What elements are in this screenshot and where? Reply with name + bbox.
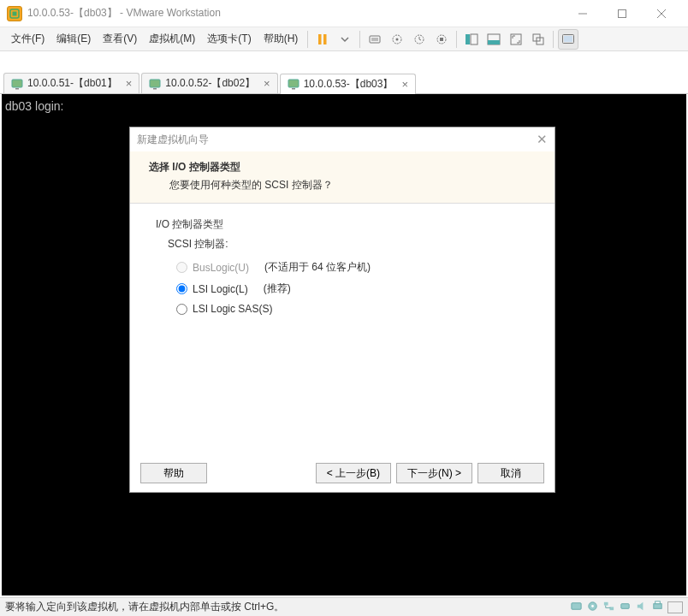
vm-tab-db01[interactable]: 10.0.0.51-【db01】 × <box>3 73 139 93</box>
svg-rect-24 <box>12 80 22 87</box>
cancel-button[interactable]: 取消 <box>477 463 544 483</box>
svg-rect-28 <box>288 80 299 87</box>
radio-hint: (不适用于 64 位客户机) <box>264 260 371 275</box>
svg-rect-9 <box>371 38 378 41</box>
svg-rect-18 <box>488 40 500 44</box>
menu-vm[interactable]: 虚拟机(M) <box>143 28 201 50</box>
io-controller-group-label: I/O 控制器类型 <box>156 217 529 232</box>
svg-rect-15 <box>466 34 470 44</box>
pause-button[interactable] <box>312 29 333 50</box>
radio-label: BusLogic(U) <box>193 262 249 274</box>
svg-rect-23 <box>564 36 572 42</box>
vm-icon <box>11 78 23 90</box>
console-view-button[interactable] <box>558 29 578 50</box>
separator <box>456 31 457 48</box>
hdd-icon[interactable] <box>570 600 583 615</box>
scsi-controller-label: SCSI 控制器: <box>156 237 529 252</box>
menu-edit[interactable]: 编辑(E) <box>50 28 97 50</box>
status-text: 要将输入定向到该虚拟机，请在虚拟机内部单击或按 Ctrl+G。 <box>5 600 284 614</box>
tab-close-icon[interactable]: × <box>264 77 270 90</box>
tab-label: 10.0.0.52-【db02】 <box>165 76 255 91</box>
window-titlebar: 10.0.0.53-【db03】 - VMware Workstation <box>0 0 688 27</box>
next-button[interactable]: 下一步(N) > <box>396 463 472 483</box>
menu-view[interactable]: 查看(V) <box>97 28 143 50</box>
tab-label: 10.0.0.51-【db01】 <box>27 76 117 91</box>
menu-file[interactable]: 文件(F) <box>5 28 50 50</box>
vm-tab-db03[interactable]: 10.0.0.53-【db03】 × <box>280 74 416 94</box>
svg-rect-16 <box>471 34 477 44</box>
device-tray <box>570 600 683 615</box>
dialog-headline: 选择 I/O 控制器类型 <box>149 160 536 175</box>
fullscreen-button[interactable] <box>506 29 526 50</box>
radio-hint: (推荐) <box>264 281 291 296</box>
status-bar: 要将输入定向到该虚拟机，请在虚拟机内部单击或按 Ctrl+G。 <box>0 597 688 616</box>
cd-icon[interactable] <box>586 600 599 615</box>
back-button[interactable]: < 上一步(B) <box>316 463 391 483</box>
radio-buslogic-input <box>176 262 187 273</box>
tab-close-icon[interactable]: × <box>401 78 408 91</box>
network-icon[interactable] <box>602 600 615 615</box>
window-title: 10.0.0.53-【db03】 - VMware Workstation <box>27 6 221 21</box>
svg-rect-27 <box>153 88 157 90</box>
dialog-banner: 选择 I/O 控制器类型 您要使用何种类型的 SCSI 控制器？ <box>130 151 555 204</box>
vm-tab-bar: 10.0.0.51-【db01】 × 10.0.0.52-【db02】 × 10… <box>0 70 688 94</box>
svg-rect-37 <box>655 601 661 603</box>
minimize-button[interactable] <box>563 0 602 27</box>
separator <box>307 31 308 48</box>
vm-icon <box>149 78 161 90</box>
svg-rect-29 <box>292 88 295 90</box>
radio-buslogic: BusLogic(U) (不适用于 64 位客户机) <box>156 257 529 278</box>
svg-rect-36 <box>654 603 661 608</box>
radio-label: LSI Logic SAS(S) <box>193 303 272 315</box>
power-dropdown[interactable] <box>335 29 355 50</box>
svg-rect-30 <box>572 602 581 609</box>
app-logo-icon <box>7 6 22 21</box>
menu-bar: 文件(F) 编辑(E) 查看(V) 虚拟机(M) 选项卡(T) 帮助(H) <box>0 27 688 51</box>
printer-icon[interactable] <box>651 600 664 615</box>
radio-label: LSI Logic(L) <box>193 283 248 295</box>
tab-label: 10.0.0.53-【db03】 <box>304 77 394 92</box>
menu-tabs[interactable]: 选项卡(T) <box>201 28 257 50</box>
dialog-titlebar: 新建虚拟机向导 ✕ <box>130 127 555 151</box>
new-vm-wizard-dialog: 新建虚拟机向导 ✕ 选择 I/O 控制器类型 您要使用何种类型的 SCSI 控制… <box>129 127 555 493</box>
snapshot-button[interactable] <box>387 29 407 50</box>
vm-tab-db02[interactable]: 10.0.0.52-【db02】 × <box>141 73 277 93</box>
dialog-footer: 帮助 < 上一步(B) 下一步(N) > 取消 <box>140 463 544 483</box>
maximize-button[interactable] <box>602 0 642 27</box>
revert-snapshot-button[interactable] <box>409 29 430 50</box>
vm-icon <box>288 78 300 90</box>
svg-rect-19 <box>511 34 521 44</box>
tab-close-icon[interactable]: × <box>126 77 133 90</box>
sound-icon[interactable] <box>635 600 648 615</box>
svg-rect-35 <box>621 603 629 608</box>
thumbnail-button[interactable] <box>483 29 504 50</box>
library-toggle-button[interactable] <box>461 29 482 50</box>
help-button[interactable]: 帮助 <box>140 463 207 483</box>
dialog-title: 新建虚拟机向导 <box>137 133 209 147</box>
console-text: db03 login: <box>5 99 64 113</box>
dialog-body: I/O 控制器类型 SCSI 控制器: BusLogic(U) (不适用于 64… <box>130 204 555 332</box>
radio-lsi-logic-sas-input[interactable] <box>176 304 187 315</box>
radio-lsi-logic[interactable]: LSI Logic(L) (推荐) <box>156 278 529 299</box>
svg-rect-14 <box>440 38 443 41</box>
radio-lsi-logic-input[interactable] <box>176 283 187 294</box>
svg-point-32 <box>591 605 594 607</box>
separator <box>359 31 360 48</box>
unity-button[interactable] <box>528 29 549 50</box>
svg-point-11 <box>396 38 399 40</box>
usb-icon[interactable] <box>619 600 632 615</box>
svg-rect-26 <box>150 80 160 87</box>
separator <box>553 31 554 48</box>
close-button[interactable] <box>642 0 681 27</box>
svg-rect-33 <box>604 601 608 605</box>
svg-rect-6 <box>318 34 322 44</box>
svg-rect-3 <box>619 9 626 17</box>
dialog-close-icon[interactable]: ✕ <box>537 132 548 147</box>
display-icon[interactable] <box>667 601 683 613</box>
snapshot-manager-button[interactable] <box>431 29 452 50</box>
send-ctrl-alt-del-button[interactable] <box>365 29 385 50</box>
menu-help[interactable]: 帮助(H) <box>258 28 305 50</box>
radio-lsi-logic-sas[interactable]: LSI Logic SAS(S) <box>156 299 529 318</box>
svg-rect-1 <box>13 11 17 15</box>
dialog-subtext: 您要使用何种类型的 SCSI 控制器？ <box>149 178 536 192</box>
